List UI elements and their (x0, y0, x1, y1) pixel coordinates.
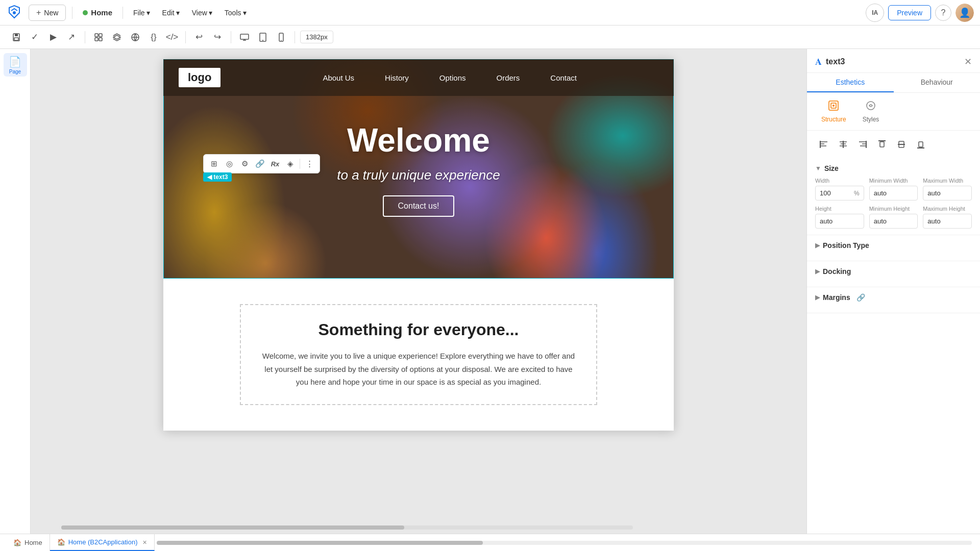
publish-tool[interactable]: ↗ (63, 29, 80, 45)
tab-behaviour[interactable]: Behaviour (894, 73, 981, 92)
max-height-value: auto (927, 217, 940, 225)
home-tab[interactable]: Home (79, 8, 116, 17)
et-more[interactable]: ⋮ (302, 157, 316, 171)
size-label: Size (824, 164, 839, 172)
height-label: Height (815, 206, 864, 212)
edit-chevron: ▾ (176, 9, 180, 17)
check-tool[interactable]: ✓ (27, 29, 43, 45)
data-tool[interactable] (127, 29, 143, 45)
min-width-value: auto (874, 189, 887, 197)
position-type-label: Position Type (823, 241, 869, 249)
statusbar-home[interactable]: 🏠 Home (6, 534, 50, 551)
tab-esthetics[interactable]: Esthetics (807, 73, 894, 92)
align-center-v-btn[interactable] (893, 136, 910, 153)
file-menu[interactable]: File ▾ (129, 7, 154, 19)
sidebar-item-page[interactable]: 📄 Page (4, 53, 27, 77)
et-style[interactable]: ◎ (222, 157, 236, 171)
min-width-input[interactable]: auto (869, 186, 918, 201)
preview-button[interactable]: Preview (888, 5, 931, 20)
play-tool[interactable]: ▶ (45, 29, 61, 45)
plus-icon: + (36, 8, 41, 17)
edit-menu[interactable]: Edit ▾ (158, 7, 184, 19)
et-settings[interactable]: ⚙ (237, 157, 252, 171)
width-group: Width 100 % (815, 178, 864, 201)
horizontal-scrollbar[interactable] (61, 525, 633, 530)
height-value: auto (820, 217, 832, 225)
panel-close-button[interactable]: ✕ (964, 56, 972, 67)
bottom-scrollbar-thumb[interactable] (157, 541, 483, 545)
help-button[interactable]: ? (935, 5, 951, 21)
nav-orders[interactable]: Orders (496, 73, 520, 82)
align-top-btn[interactable] (873, 136, 891, 153)
align-right-btn[interactable] (854, 136, 871, 153)
tab-close-button[interactable]: × (143, 538, 147, 546)
sidebar-page-label: Page (9, 69, 21, 74)
panel-subtabs: Structure Styles (807, 93, 980, 131)
ia-button[interactable]: IA (866, 4, 884, 22)
toolbar-sep2 (185, 31, 186, 43)
nav-history[interactable]: History (385, 73, 409, 82)
nav-about[interactable]: About Us (323, 73, 354, 82)
code-tool[interactable]: {} (145, 29, 162, 45)
left-sidebar: 📄 Page (0, 49, 31, 534)
mobile-view[interactable] (273, 29, 289, 45)
tools-chevron: ▾ (243, 9, 247, 17)
max-width-input[interactable]: auto (923, 186, 972, 201)
et-move[interactable]: ⊞ (207, 157, 221, 171)
margins-header[interactable]: ▶ Margins 🔗 (815, 293, 972, 302)
bottom-scrollbar[interactable] (157, 541, 972, 545)
max-width-value: auto (927, 189, 940, 197)
desktop-view[interactable] (236, 29, 253, 45)
et-bind[interactable]: ◈ (283, 157, 298, 171)
right-panel: 𝐀 text3 ✕ Esthetics Behaviour (806, 49, 980, 534)
statusbar-tab[interactable]: 🏠 Home (B2CApplication) × (50, 534, 155, 551)
components-tool[interactable] (90, 29, 107, 45)
svg-point-11 (262, 40, 263, 41)
nav-contact[interactable]: Contact (550, 73, 577, 82)
tools-menu[interactable]: Tools ▾ (220, 7, 251, 19)
subtab-styles[interactable]: Styles (856, 97, 886, 126)
svg-point-13 (281, 40, 282, 41)
view-menu[interactable]: View ▾ (188, 7, 216, 19)
save-tool[interactable] (8, 29, 24, 45)
min-height-group: Minimum Height auto (869, 206, 918, 229)
subtab-structure[interactable]: Structure (815, 97, 852, 126)
topbar: + New Home File ▾ Edit ▾ View ▾ Tools ▾ … (0, 0, 980, 26)
home-dot-icon (83, 10, 88, 15)
max-width-group: Maximum Width auto (923, 178, 972, 201)
element-tag[interactable]: ◀ text3 (203, 172, 232, 182)
undo-tool[interactable]: ↩ (191, 29, 207, 45)
user-avatar[interactable]: 👤 (955, 4, 974, 22)
position-type-header[interactable]: ▶ Position Type (815, 241, 972, 249)
min-width-label: Minimum Width (869, 178, 918, 184)
et-rx[interactable]: Rx (268, 157, 282, 171)
max-height-input[interactable]: auto (923, 214, 972, 229)
svg-rect-7 (99, 38, 102, 41)
tab-icon: 🏠 (57, 538, 65, 546)
redo-tool[interactable]: ↪ (209, 29, 226, 45)
position-type-section: ▶ Position Type (807, 235, 980, 261)
align-left-btn[interactable] (815, 136, 832, 153)
min-height-value: auto (874, 217, 887, 225)
new-button[interactable]: + New (29, 5, 66, 21)
source-tool[interactable]: </> (164, 29, 180, 45)
tablet-view[interactable] (255, 29, 271, 45)
align-center-h-btn[interactable] (835, 136, 852, 153)
docking-header[interactable]: ▶ Docking (815, 267, 972, 276)
min-height-input[interactable]: auto (869, 214, 918, 229)
size-section-header[interactable]: ▼ Size (815, 164, 972, 172)
layers-tool[interactable] (109, 29, 125, 45)
margins-chevron: ▶ (815, 294, 820, 301)
margins-label: Margins (823, 293, 850, 302)
align-bottom-btn[interactable] (912, 136, 929, 153)
position-chevron: ▶ (815, 242, 820, 249)
canvas-area[interactable]: logo About Us History Options Orders Con… (31, 49, 806, 534)
hero-cta-button[interactable]: Contact us! (383, 195, 455, 217)
panel-icon: 𝐀 (815, 57, 822, 67)
scrollbar-thumb[interactable] (61, 525, 404, 530)
nav-options[interactable]: Options (439, 73, 466, 82)
height-input[interactable]: auto (815, 214, 864, 229)
svg-rect-31 (880, 142, 884, 147)
width-input[interactable]: 100 % (815, 186, 864, 201)
et-link[interactable]: 🔗 (253, 157, 267, 171)
